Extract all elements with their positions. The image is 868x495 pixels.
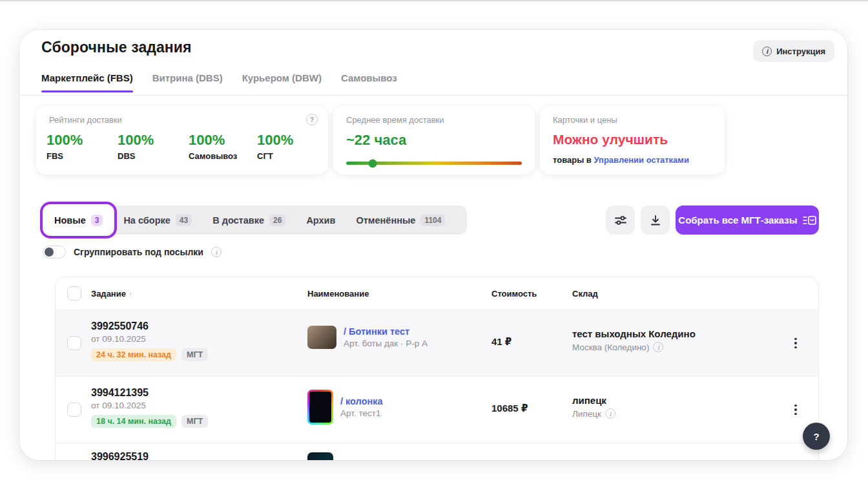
filters-button[interactable]: [606, 205, 635, 235]
collect-mgt-orders-button[interactable]: Собрать все МГТ-заказы: [676, 205, 819, 235]
list-box-icon: [803, 215, 816, 226]
rating-fbs: 100% FBS: [46, 132, 83, 161]
product-cell: / колонка Арт. тест1: [307, 390, 383, 425]
row-checkbox[interactable]: [67, 403, 81, 417]
window-top-edge: [0, 0, 868, 1]
product-link[interactable]: / колонка: [340, 396, 383, 406]
delivery-time-marker: [368, 159, 377, 167]
order-id: 3994121395: [91, 387, 208, 399]
row-menu-button[interactable]: [789, 333, 803, 353]
delivery-time-gradient-bar: [346, 162, 522, 165]
warehouse-location: Липецк: [572, 409, 601, 419]
order-date: от 09.10.2025: [91, 401, 208, 410]
filter-tab-new[interactable]: Новые 3: [44, 205, 113, 235]
product-sku: Арт. боты дак · Р-р А: [344, 339, 428, 348]
tab-pickup[interactable]: Самовывоз: [341, 72, 397, 92]
group-by-parcels-row: Сгруппировать под посылки i: [43, 246, 222, 258]
tab-courier-dbw[interactable]: Курьером (DBW): [242, 72, 322, 92]
filter-tab-archive[interactable]: Архив: [296, 205, 346, 235]
filter-tab-assembling[interactable]: На сборке 43: [113, 205, 202, 235]
active-tab-underline: [41, 90, 133, 92]
count-badge: 26: [269, 215, 285, 226]
product-cell: [307, 452, 333, 460]
cards-prices-card: Карточки и цены Можно улучшить товары в …: [540, 106, 725, 174]
table-row: 3992550746 от 09.10.2025 24 ч. 32 мин. н…: [56, 310, 818, 376]
column-warehouse: Склад: [572, 289, 598, 299]
warehouse-location: Москва (Коледино): [572, 342, 649, 352]
info-icon[interactable]: i: [605, 408, 615, 419]
instruction-button[interactable]: i Инструкция: [753, 40, 834, 62]
delivery-time-title: Среднее время доставки: [346, 115, 444, 125]
warehouse-name: тест выходных Коледино: [572, 328, 696, 339]
status-filter-bar: Новые 3 На сборке 43 В доставке 26 Архив…: [44, 205, 467, 235]
product-thumbnail[interactable]: [307, 326, 336, 349]
time-ago-badge: 18 ч. 14 мин. назад: [91, 415, 176, 428]
help-icon[interactable]: ?: [306, 114, 318, 125]
info-icon[interactable]: i: [653, 342, 663, 352]
order-id: 3996925519: [91, 451, 149, 460]
rating-pickup: 100% Самовывоз: [189, 132, 237, 161]
delivery-scheme-tabs: Маркетплейс (FBS) Витрина (DBS) Курьером…: [41, 72, 397, 92]
price-cell: 10685 ₽: [491, 403, 528, 414]
count-badge: 3: [91, 215, 103, 226]
rating-dbs: 100% DBS: [118, 132, 154, 161]
table-header: Задание↑ Наименование Стоимость Склад: [56, 277, 818, 310]
count-badge: 43: [176, 215, 192, 226]
assembly-tasks-panel: Сборочные задания i Инструкция Маркетпле…: [19, 30, 847, 460]
column-price: Стоимость: [491, 289, 537, 299]
sort-arrow-icon: ↑: [129, 289, 133, 299]
page-title: Сборочные задания: [41, 39, 192, 56]
select-all-checkbox[interactable]: [67, 286, 81, 300]
collect-button-label: Собрать все МГТ-заказы: [678, 215, 797, 226]
group-by-parcels-toggle[interactable]: [43, 246, 66, 258]
time-ago-badge: 24 ч. 32 мин. назад: [91, 348, 176, 361]
cards-prices-line: товары в Управлении остатками: [553, 155, 689, 165]
product-sku: Арт. тест1: [340, 408, 383, 418]
product-thumbnail[interactable]: [307, 390, 333, 425]
toggle-knob: [45, 247, 54, 257]
mgt-badge: МГТ: [181, 415, 208, 428]
help-fab-button[interactable]: ?: [803, 423, 830, 450]
instruction-label: Инструкция: [776, 47, 825, 56]
tab-vitrina-dbs[interactable]: Витрина (DBS): [152, 72, 223, 92]
delivery-ratings-card: Рейтинги доставки ? 100% FBS 100% DBS 10…: [36, 106, 328, 174]
order-id: 3992550746: [91, 321, 208, 332]
order-date: от 09.10.2025: [91, 334, 208, 344]
rating-sgt: 100% СГТ: [257, 132, 293, 161]
row-checkbox[interactable]: [67, 336, 81, 350]
product-link[interactable]: / Ботинки тест: [344, 326, 428, 337]
task-cell: 3996925519: [91, 451, 149, 460]
tab-marketplace-fbs[interactable]: Маркетплейс (FBS): [41, 72, 133, 92]
sliders-icon: [614, 214, 627, 227]
download-button[interactable]: [641, 205, 670, 235]
column-name: Наименование: [307, 289, 369, 299]
info-icon[interactable]: i: [211, 247, 222, 257]
table-row: 3996925519: [56, 443, 818, 460]
warehouse-name: липецк: [572, 395, 615, 406]
task-cell: 3994121395 от 09.10.2025 18 ч. 14 мин. н…: [91, 387, 208, 428]
table-row: 3994121395 от 09.10.2025 18 ч. 14 мин. н…: [56, 376, 818, 443]
price-cell: 41 ₽: [491, 336, 512, 348]
info-icon: i: [762, 47, 772, 56]
row-menu-button[interactable]: [789, 400, 803, 419]
warehouse-cell: липецк Липецкi: [572, 395, 615, 419]
stock-management-link[interactable]: Управлении остатками: [594, 155, 689, 165]
delivery-time-value: ~22 часа: [346, 132, 406, 149]
filter-tab-cancelled[interactable]: Отменённые 1104: [346, 205, 455, 235]
column-task[interactable]: Задание↑: [91, 289, 132, 299]
cards-prices-title: Карточки и цены: [553, 115, 617, 125]
download-icon: [649, 214, 662, 227]
product-thumbnail[interactable]: [307, 452, 333, 460]
task-cell: 3992550746 от 09.10.2025 24 ч. 32 мин. н…: [91, 321, 208, 361]
ratings-title: Рейтинги доставки: [49, 115, 122, 125]
group-by-parcels-label: Сгруппировать под посылки: [74, 247, 203, 257]
orders-table: Задание↑ Наименование Стоимость Склад 39…: [55, 277, 819, 460]
tabs-divider: [19, 95, 847, 96]
count-badge: 1104: [420, 215, 445, 226]
cards-prices-status: Можно улучшить: [553, 132, 668, 147]
mgt-badge: МГТ: [181, 348, 208, 361]
filter-tab-in-delivery[interactable]: В доставке 26: [202, 205, 296, 235]
product-cell: / Ботинки тест Арт. боты дак · Р-р А: [307, 326, 428, 349]
warehouse-cell: тест выходных Коледино Москва (Коледино)…: [572, 328, 696, 352]
delivery-time-card: Среднее время доставки ~22 часа: [333, 106, 535, 174]
